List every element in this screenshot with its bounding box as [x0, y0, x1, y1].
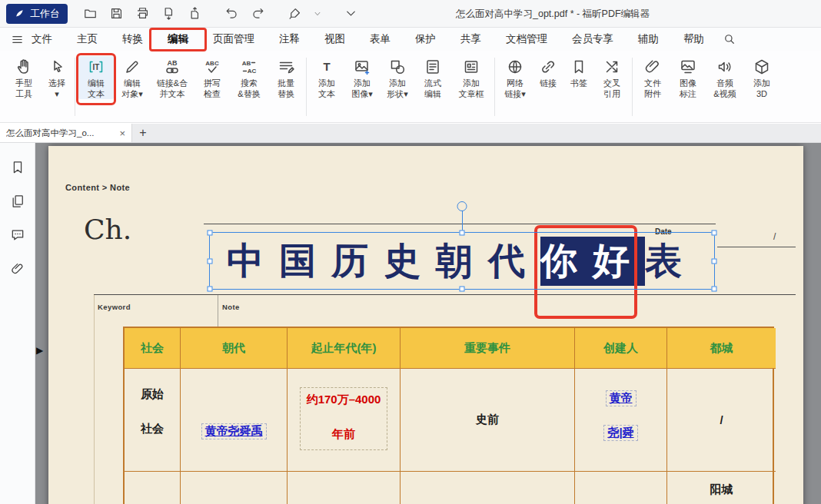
comments-panel-icon[interactable]	[10, 227, 25, 243]
dynasty-text[interactable]: 黄帝尧舜禹	[201, 423, 267, 439]
print-icon[interactable]	[135, 6, 150, 21]
cell-founder: 黄帝 尧|舜	[575, 369, 667, 472]
link-join-icon: AB	[163, 58, 181, 76]
years-textbox[interactable]: 约170万–4000 年前	[300, 387, 388, 450]
document-tabbar: 怎么面对高中学习_o... × +	[0, 124, 821, 143]
tool-add-text[interactable]: T 添加文本	[309, 56, 344, 99]
text-selection-box[interactable]	[209, 232, 715, 290]
selection-handle-ne[interactable]	[712, 230, 717, 236]
note-label: Note	[222, 303, 240, 311]
selection-handle-se[interactable]	[712, 287, 717, 292]
tool-hand[interactable]: 手型工具	[6, 56, 42, 99]
add-shape-icon	[388, 58, 407, 76]
open-file-icon[interactable]	[83, 6, 98, 21]
cursor-icon	[48, 58, 66, 76]
redo-icon[interactable]	[251, 6, 265, 21]
tool-add-3d[interactable]: 添加3D	[744, 56, 779, 99]
tool-edit-object[interactable]: 编辑对象▾	[115, 56, 150, 99]
society-line2[interactable]: 社会	[141, 422, 164, 436]
tool-edit-text[interactable]: IT 编辑文本	[78, 56, 115, 99]
hamburger-icon[interactable]	[11, 33, 24, 46]
document-tab[interactable]: 怎么面对高中学习_o... ×	[0, 124, 132, 142]
page-export-icon[interactable]	[161, 6, 176, 21]
tool-cross-reference[interactable]: 交叉引用	[594, 56, 630, 99]
document-area: ▶ Content > Note Ch. Keyword Note Date /…	[35, 143, 821, 504]
tool-bookmark[interactable]: 书签	[563, 56, 594, 99]
menu-home[interactable]: 主页	[65, 28, 110, 51]
quick-access-toolbar	[83, 6, 358, 21]
rotate-handle[interactable]	[457, 201, 467, 211]
pages-panel-icon[interactable]	[10, 194, 25, 209]
search-icon[interactable]	[723, 32, 736, 46]
tool-web-links[interactable]: 网络链接▾	[497, 56, 533, 99]
menu-convert[interactable]: 转换	[110, 28, 155, 51]
tool-add-image[interactable]: 添加图像▾	[344, 56, 380, 99]
svg-text:AB: AB	[242, 60, 251, 67]
svg-text:IT: IT	[93, 63, 100, 71]
tool-link-join-text[interactable]: AB 链接&合并文本	[150, 56, 194, 99]
tool-add-shape[interactable]: 添加形状▾	[380, 56, 415, 99]
society-line1[interactable]: 原始	[141, 387, 164, 402]
menu-protect[interactable]: 保护	[403, 28, 448, 51]
save-icon[interactable]	[109, 6, 124, 21]
events-text[interactable]: 史前	[476, 413, 499, 427]
menu-edit[interactable]: 编辑	[155, 28, 201, 51]
tab-close-icon[interactable]: ×	[119, 128, 125, 139]
selection-handle-nw[interactable]	[208, 230, 213, 236]
bookmarks-panel-icon[interactable]	[10, 160, 25, 175]
cell-capital-row2: 阳城	[667, 472, 776, 504]
capital-text[interactable]: /	[720, 413, 723, 426]
tool-select[interactable]: 选择▾	[42, 56, 72, 99]
selection-handle-sw[interactable]	[208, 287, 213, 292]
chapter-label: Ch.	[84, 214, 131, 245]
tool-image-annotation[interactable]: 图像标注	[670, 56, 706, 99]
tool-add-article-box[interactable]: 添加文章框	[450, 56, 492, 99]
svg-text:ABC: ABC	[205, 60, 219, 67]
cell-empty	[181, 472, 288, 504]
menu-help[interactable]: 帮助	[671, 28, 716, 51]
panel-expand-arrow[interactable]: ▶	[36, 346, 43, 355]
selection-handle-n[interactable]	[460, 230, 465, 236]
foxit-quill-icon	[14, 8, 25, 19]
selection-handle-e[interactable]	[712, 258, 717, 264]
menu-page-organize[interactable]: 页面管理	[201, 28, 267, 51]
capital-row2-text[interactable]: 阳城	[710, 482, 733, 497]
menu-doc-manage[interactable]: 文档管理	[494, 28, 560, 51]
menu-accessibility[interactable]: 辅助	[626, 28, 671, 51]
page-insert-icon[interactable]	[188, 6, 202, 21]
selection-handle-w[interactable]	[208, 258, 213, 264]
tool-spell-check[interactable]: ABC 拼写检查	[194, 56, 230, 99]
tool-search-replace[interactable]: ABAC 搜索&替换	[230, 56, 268, 99]
table-header-dynasty: 朝代	[181, 328, 288, 369]
toolbar-more-icon[interactable]	[344, 6, 358, 21]
ribbon-separator	[494, 58, 495, 116]
undo-icon[interactable]	[224, 6, 239, 21]
menu-view[interactable]: 视图	[312, 28, 357, 51]
reflow-edit-icon	[424, 58, 442, 76]
tool-file-attachment[interactable]: 文件附件	[635, 56, 670, 99]
brush-icon[interactable]	[288, 6, 302, 21]
selection-handle-s[interactable]	[460, 287, 465, 292]
menu-form[interactable]: 表单	[357, 28, 403, 51]
brush-dropdown-icon[interactable]	[314, 10, 321, 18]
workspace-button[interactable]: 工作台	[6, 4, 68, 24]
tool-reflow-edit[interactable]: 流式编辑	[415, 56, 450, 99]
menu-comment[interactable]: 注释	[267, 28, 312, 51]
tool-audio-video[interactable]: 音频&视频	[706, 56, 744, 99]
table-header-founder: 创建人	[575, 328, 667, 369]
menu-file[interactable]: 文件	[24, 28, 65, 51]
tool-link[interactable]: 链接	[533, 56, 563, 99]
cell-events: 史前	[401, 369, 575, 472]
new-tab-button[interactable]: +	[132, 124, 154, 142]
menu-member[interactable]: 会员专享	[560, 28, 626, 51]
tool-batch-replace[interactable]: 批量替换	[268, 56, 304, 99]
founder-line1[interactable]: 黄帝	[606, 390, 637, 406]
founder-line2[interactable]: 尧|舜	[603, 425, 637, 441]
ribbon-separator	[632, 58, 633, 116]
header-rule-line-right	[717, 247, 796, 247]
cell-dynasty: 黄帝尧舜禹	[181, 369, 288, 472]
cell-society: 原始 社会	[125, 369, 181, 472]
menu-share[interactable]: 共享	[448, 28, 494, 51]
link-icon	[539, 58, 557, 76]
attachments-panel-icon[interactable]	[10, 261, 25, 277]
